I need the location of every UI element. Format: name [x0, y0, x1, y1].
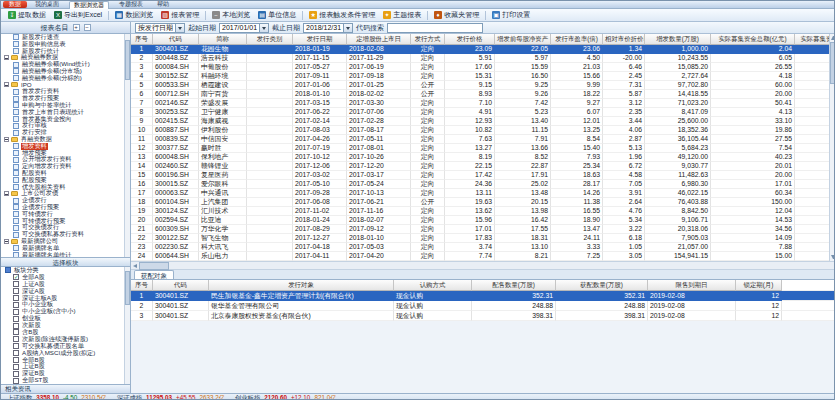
sector-item[interactable]: 上证A股: [1, 281, 130, 288]
table-row[interactable]: 8300253.SZ卫宁健康2017-06-222017-07-06定向4.91…: [131, 108, 829, 117]
ticker-group[interactable]: 创业板指2120.60+12.10821.0亿: [235, 394, 336, 400]
table-row[interactable]: 19300124.SZ汇川技术2017-11-022017-11-16定向13.…: [131, 207, 829, 216]
ticker-group[interactable]: 上证指数3358.10-4.502310.5亿: [7, 394, 107, 400]
checkbox[interactable]: [13, 357, 19, 363]
checkbox[interactable]: [13, 343, 19, 349]
app-menu-button[interactable]: 数据: [3, 1, 27, 8]
tree-item[interactable]: 增发预案: [1, 150, 130, 157]
tree-item[interactable]: 最新摘牌名单: [1, 245, 130, 252]
table-row[interactable]: 1300401.SZ民生加银基金-鑫牛定增资产管理计划(有限合伙)现金认购352…: [131, 291, 835, 301]
table-row[interactable]: 16300015.SZ爱尔眼科2017-05-102017-05-24定向24.…: [131, 180, 829, 189]
table-row[interactable]: 11000839.SZ中信国安2017-04-262017-05-11定向7.6…: [131, 135, 829, 144]
ticker-group[interactable]: 深证成指11295.03+45.552633.2亿: [117, 394, 225, 400]
print-settings-button[interactable]: ▣打印设置: [488, 10, 534, 21]
tree-item[interactable]: 融资融券余额(分标的): [1, 75, 130, 82]
detail-tab[interactable]: 获配对象: [134, 270, 174, 279]
sector-item[interactable]: 全部B股: [1, 357, 130, 364]
column-header[interactable]: 实际募集资金总额(亿元): [711, 34, 795, 45]
collapse-all-button[interactable]: −: [84, 24, 91, 31]
select-sector-button[interactable]: 选择板块: [1, 257, 130, 267]
tree-item[interactable]: 配股预案: [1, 177, 130, 184]
tree-item[interactable]: 可转债发行预案: [1, 218, 130, 225]
checkbox[interactable]: [13, 309, 19, 315]
column-header[interactable]: 发行市盈率(倍): [551, 34, 603, 45]
titlebar-tab[interactable]: 数据浏览器: [69, 1, 109, 9]
horizontal-scrollbar[interactable]: [131, 261, 835, 270]
column-header[interactable]: 相对市价折价率(%): [603, 34, 645, 45]
column-header[interactable]: 实际募集资金净额(亿元): [795, 34, 829, 45]
sector-item[interactable]: 全部ST股: [1, 377, 130, 384]
tree-item[interactable]: 首发上市首日表现统计: [1, 109, 130, 116]
table-row[interactable]: 22300122.SZ智飞生物2017-12-272018-01-10定向17.…: [131, 234, 829, 243]
tree-item[interactable]: 融资融券数据: [1, 54, 130, 61]
column-header[interactable]: 获配数量(万股): [556, 280, 648, 291]
export-excel-button[interactable]: X导出到Excel: [50, 10, 106, 21]
scroll-left-icon[interactable]: [133, 264, 137, 268]
unit-info-button[interactable]: ▤单位信息: [254, 10, 300, 21]
tree-item[interactable]: 首发发行预案: [1, 95, 130, 102]
column-header[interactable]: 代码: [153, 34, 199, 45]
titlebar-tab[interactable]: 专题报表: [115, 1, 147, 9]
table-row[interactable]: 3300401.SZ北京泰康股权投资基金(有限合伙)现金认购398.31398.…: [131, 311, 835, 321]
tree-item[interactable]: 发行审核: [1, 122, 130, 129]
sector-item[interactable]: 中小企业板: [1, 301, 130, 308]
table-row[interactable]: 12300377.SZ赢时胜2017-07-192017-08-01定向13.2…: [131, 144, 829, 153]
related-news-bar[interactable]: 相关资讯: [1, 384, 130, 393]
table-row[interactable]: 20002594.SZ比亚迪2018-01-242018-02-07定向15.9…: [131, 216, 829, 225]
column-header[interactable]: 锁定期(月): [736, 280, 782, 291]
tree-item[interactable]: 最新摘牌公司: [1, 238, 130, 245]
column-header[interactable]: 发行价格: [445, 34, 495, 45]
end-date-select[interactable]: 2018/12/31: [303, 23, 353, 33]
tree-scrollbar[interactable]: [124, 34, 130, 257]
data-browse-button[interactable]: ▦数据浏览: [111, 10, 157, 21]
tree-item[interactable]: 首发发行资料: [1, 88, 130, 95]
table-row[interactable]: 21600309.SH万华化学2017-08-292017-09-12定向17.…: [131, 225, 829, 234]
table-row[interactable]: 15600196.SH复星医药2017-03-022017-03-17定向17.…: [131, 171, 829, 180]
sector-scrollbar[interactable]: [124, 267, 130, 384]
tree-item[interactable]: 可交换债私募发行资料: [1, 231, 130, 238]
sector-item[interactable]: 可交换私募债正股名单: [1, 343, 130, 350]
expander-icon[interactable]: [4, 239, 9, 244]
table-row[interactable]: 23002230.SZ科大讯飞2017-04-182017-05-03定向3.7…: [131, 243, 829, 252]
sector-item[interactable]: 创业板: [1, 315, 130, 322]
tree-item[interactable]: 可交换债发行: [1, 224, 130, 231]
tree-item[interactable]: 企债发行: [1, 197, 130, 204]
scrollbar-thumb[interactable]: [125, 40, 130, 80]
expand-all-button[interactable]: +: [73, 24, 80, 31]
tree-item[interactable]: 增发资料: [1, 143, 130, 150]
sector-item[interactable]: A股纳入MSCI成分股(拟定): [1, 350, 130, 357]
column-header[interactable]: 序号: [131, 34, 153, 45]
scrollbar-thumb[interactable]: [139, 262, 169, 270]
tree-item[interactable]: 可转债发行: [1, 211, 130, 218]
table-row[interactable]: 14002460.SZ赣锋锂业2017-12-062017-12-20定向22.…: [131, 162, 829, 171]
start-date-select[interactable]: 2017/01/01: [219, 23, 269, 33]
column-header[interactable]: 配售数量(万股): [472, 280, 556, 291]
tree-item[interactable]: 新股发行速查: [1, 34, 130, 41]
table-row[interactable]: 5600533.SH栖霞建设2017-01-062017-01-25公开9.15…: [131, 81, 829, 90]
theme-report-button[interactable]: ✦主题报表: [379, 10, 425, 21]
column-header[interactable]: 发行日期: [293, 34, 347, 45]
checkbox[interactable]: [13, 288, 19, 294]
code-search-input[interactable]: [387, 23, 483, 33]
scrollbar-thumb[interactable]: [830, 42, 835, 84]
sector-item[interactable]: 次新股(除连续涨停新股): [1, 336, 130, 343]
tree-item[interactable]: 上市公司发债: [1, 190, 130, 197]
checkbox[interactable]: [13, 329, 19, 335]
table-row[interactable]: 7002146.SZ荣盛发展2017-03-152017-03-30定向7.10…: [131, 99, 829, 108]
table-row[interactable]: 17000063.SZ中兴通讯2017-09-282017-10-13定向13.…: [131, 189, 829, 198]
table-row[interactable]: 3600084.SH中葡股份2017-05-272017-06-19定向17.6…: [131, 63, 829, 72]
table-row[interactable]: 10600887.SH伊利股份2017-08-032017-08-17定向10.…: [131, 126, 829, 135]
checkbox[interactable]: [13, 378, 19, 384]
column-header[interactable]: 增发数量(万股): [645, 34, 711, 45]
table-row[interactable]: 2300448.SZ浩云科技2017-11-152017-11-29定向5.91…: [131, 54, 829, 63]
sector-item[interactable]: 深证A股: [1, 288, 130, 295]
sector-root[interactable]: 板块分类: [1, 267, 130, 274]
checkbox[interactable]: [13, 281, 19, 287]
checkbox[interactable]: [13, 316, 19, 322]
tree-item[interactable]: 新股发行统计: [1, 48, 130, 55]
sector-item[interactable]: 深证主板A股: [1, 295, 130, 302]
sector-item[interactable]: ✓全部A股: [1, 274, 130, 281]
table-row[interactable]: 2300401.SZ银华基金管理有限公司现金认购248.88248.882019…: [131, 301, 835, 311]
tree-item[interactable]: 新股申购信息表: [1, 41, 130, 48]
favorites-button[interactable]: ♦收藏夹管理: [430, 10, 483, 21]
